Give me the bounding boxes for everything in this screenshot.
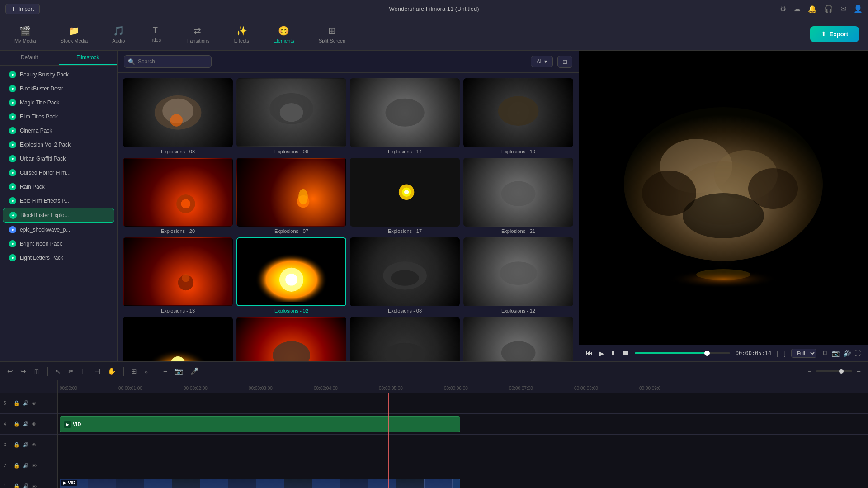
list-item[interactable]: ● Cinema Pack	[3, 124, 114, 137]
list-item[interactable]: ● Light Letters Pack	[3, 251, 114, 265]
audio-track-icon[interactable]: 🔊	[23, 400, 29, 406]
audio-track-icon[interactable]: 🔊	[23, 442, 29, 448]
preview-timeline[interactable]	[635, 352, 730, 354]
svg-point-16	[182, 274, 189, 282]
list-item[interactable]: ● Cursed Horror Film...	[3, 166, 114, 180]
vid-clip-track1[interactable]: ▶ VID	[60, 479, 460, 488]
thumb-preview	[463, 237, 573, 306]
nav-split-screen[interactable]: ⊞ Split Screen	[313, 22, 351, 47]
list-item[interactable]: ● Film Titles Pack	[3, 110, 114, 123]
lock-icon[interactable]: 🔒	[14, 421, 20, 427]
expand-icon[interactable]: ⛶	[854, 350, 861, 357]
list-item[interactable]: ● BlockBuster Destr...	[3, 82, 114, 95]
grid-view-button[interactable]: ⊞	[557, 56, 572, 68]
vid-clip-track4[interactable]: ▶ VID	[60, 416, 460, 432]
monitor-icon[interactable]: 🖥	[822, 350, 828, 357]
ripple-tool[interactable]: ⊣	[93, 365, 102, 377]
zoom-out-button[interactable]: −	[806, 365, 813, 377]
filter-button[interactable]: All ▾	[531, 56, 553, 67]
thumb-item[interactable]: Explosions - 05	[350, 317, 460, 361]
user-icon[interactable]: 👤	[854, 5, 863, 13]
hand-tool[interactable]: ✋	[106, 365, 118, 377]
tab-filmstock[interactable]: Filmstock	[59, 51, 118, 65]
thumb-item[interactable]: Explosions - 21	[463, 158, 573, 234]
redo-button[interactable]: ↪	[19, 365, 28, 377]
export-button[interactable]: ⬆ Export	[810, 26, 859, 42]
thumb-item[interactable]: Explosions - 01	[123, 317, 233, 361]
thumb-item[interactable]: Explosions - 02	[236, 237, 346, 313]
thumb-item[interactable]: Explosions - 07	[236, 158, 346, 234]
eye-icon[interactable]: 👁	[32, 463, 37, 469]
list-item[interactable]: ● Urban Graffiti Pack	[3, 152, 114, 166]
headset-icon[interactable]: 🎧	[824, 5, 833, 13]
content-grid: Explosions - 03 Explosions - 06 Explo	[118, 73, 579, 361]
import-button[interactable]: ⬆ Import	[5, 4, 40, 14]
zoom-handle[interactable]	[839, 369, 844, 374]
list-item[interactable]: ● Magic Title Pack	[3, 96, 114, 109]
add-track-button[interactable]: +	[161, 365, 169, 377]
email-icon[interactable]: ✉	[840, 5, 846, 13]
thumb-item[interactable]: Explosions - 10	[463, 78, 573, 154]
lock-icon[interactable]: 🔒	[14, 483, 20, 488]
skip-back-button[interactable]: ⏮	[586, 349, 593, 357]
eye-icon[interactable]: 👁	[32, 401, 37, 406]
thumb-item[interactable]: Explosions - 13	[123, 237, 233, 313]
snap-button[interactable]: ⊞	[129, 365, 139, 377]
list-item-blockbuster-explo[interactable]: ● BlockBuster Explo...	[3, 208, 114, 223]
notification-icon[interactable]: 🔔	[808, 5, 817, 13]
lock-icon[interactable]: 🔒	[14, 463, 20, 469]
thumb-item[interactable]: Explosions - 08	[350, 237, 460, 313]
list-item[interactable]: ● Epic Film Effects P...	[3, 194, 114, 208]
quality-select[interactable]: Full 1/2 1/4	[791, 349, 816, 358]
explosion-visual	[481, 328, 556, 361]
settings-icon[interactable]: ⚙	[780, 5, 786, 13]
select-tool[interactable]: ↖	[53, 365, 63, 377]
nav-stock-media[interactable]: 📁 Stock Media	[55, 22, 94, 47]
pause-button[interactable]: ⏸	[609, 349, 617, 357]
nav-effects[interactable]: ✨ Effects	[229, 22, 255, 47]
audio-track-icon[interactable]: 🔊	[23, 421, 29, 427]
nav-my-media[interactable]: 🎬 My Media	[9, 22, 42, 47]
thumb-item[interactable]: Explosions - 15	[236, 317, 346, 361]
thumb-item[interactable]: Explosions - 17	[350, 158, 460, 234]
audio-track-icon[interactable]: 🔊	[23, 463, 29, 469]
audio-track-icon[interactable]: 🔊	[23, 483, 29, 488]
split-tool[interactable]: ⊢	[80, 365, 89, 377]
camera-icon[interactable]: 📷	[832, 350, 840, 357]
search-input[interactable]	[124, 55, 212, 68]
nav-transitions[interactable]: ⇄ Transitions	[180, 22, 215, 47]
list-item[interactable]: ● Beauty Brushy Pack	[3, 68, 114, 81]
lock-icon[interactable]: 🔒	[14, 442, 20, 448]
eye-icon[interactable]: 👁	[32, 484, 37, 488]
timeline-handle[interactable]	[704, 351, 710, 356]
thumb-item[interactable]: Explosions - 14	[350, 78, 460, 154]
list-item[interactable]: ● Bright Neon Pack	[3, 237, 114, 251]
thumb-item[interactable]: Explosions - 06	[236, 78, 346, 154]
undo-button[interactable]: ↩	[5, 365, 15, 377]
thumb-item[interactable]: Explosions - 03	[123, 78, 233, 154]
volume-icon[interactable]: 🔊	[843, 350, 851, 357]
stop-button[interactable]: ⏹	[622, 349, 629, 357]
zoom-in-button[interactable]: +	[855, 365, 863, 377]
camera-add-button[interactable]: 📷	[173, 365, 185, 377]
list-item[interactable]: ● Explosion Vol 2 Pack	[3, 138, 114, 152]
mic-button[interactable]: 🎤	[189, 365, 201, 377]
nav-titles[interactable]: T Titles	[144, 22, 166, 46]
nav-elements[interactable]: 😊 Elements	[268, 22, 300, 47]
list-item[interactable]: ● Rain Pack	[3, 180, 114, 194]
thumb-item[interactable]: Explosions - 16	[463, 317, 573, 361]
eye-icon[interactable]: 👁	[32, 442, 37, 448]
thumb-item[interactable]: Explosions - 20	[123, 158, 233, 234]
zoom-bar[interactable]	[816, 370, 852, 372]
lock-icon[interactable]: 🔒	[14, 400, 20, 406]
delete-button[interactable]: 🗑	[32, 365, 42, 377]
nav-audio[interactable]: 🎵 Audio	[107, 22, 130, 47]
thumb-item[interactable]: Explosions - 12	[463, 237, 573, 313]
keyframe-button[interactable]: ⬦	[142, 365, 150, 377]
play-button[interactable]: ▶	[599, 349, 604, 358]
tab-default[interactable]: Default	[0, 51, 59, 65]
list-item[interactable]: ● epic_shockwave_p...	[3, 223, 114, 237]
trim-tool[interactable]: ✂	[66, 365, 76, 377]
cloud-icon[interactable]: ☁	[793, 5, 801, 13]
eye-icon[interactable]: 👁	[32, 422, 37, 427]
